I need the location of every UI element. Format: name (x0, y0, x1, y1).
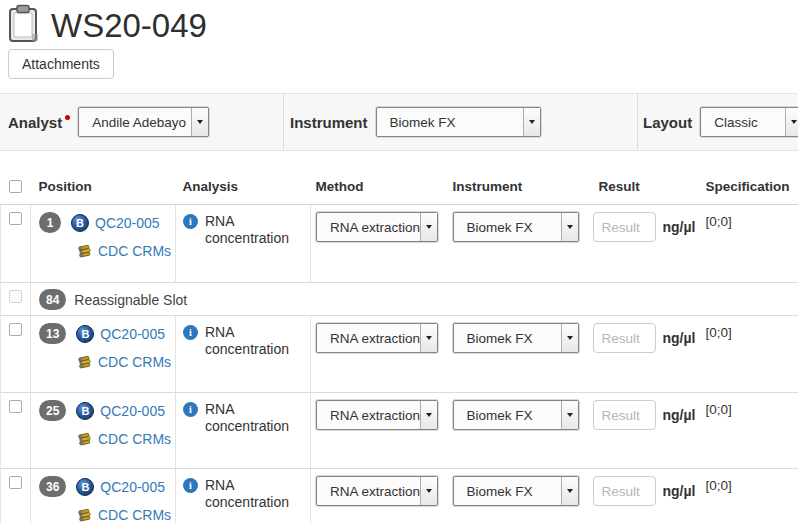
row-instrument-select-value: Biomek FX (454, 401, 561, 429)
chevron-down-icon (420, 401, 437, 429)
method-select[interactable]: RNA extraction (316, 400, 438, 430)
method-select-value: RNA extraction (317, 401, 420, 429)
method-select-value: RNA extraction (317, 213, 420, 241)
layout-label: Layout (643, 114, 692, 131)
result-unit: ng/µl (663, 483, 696, 499)
column-header-result: Result (588, 168, 701, 205)
position-badge: 1 (39, 212, 61, 233)
chevron-down-icon (561, 213, 578, 241)
chevron-down-icon (523, 108, 540, 136)
method-select-value: RNA extraction (317, 324, 420, 352)
position-badge: 25 (39, 400, 66, 421)
analyst-select[interactable]: Andile Adebayo (78, 107, 209, 137)
worksheet-clipboard-icon (8, 4, 39, 47)
chevron-down-icon (191, 108, 208, 136)
chevron-down-icon (561, 477, 578, 505)
position-badge: 36 (39, 476, 66, 497)
chevron-down-icon (785, 108, 798, 136)
position-badge: 13 (39, 323, 66, 344)
sample-link[interactable]: QC20-005 (100, 479, 165, 495)
row-checkbox[interactable] (9, 323, 22, 336)
column-header-specification: Specification (701, 168, 798, 205)
info-icon[interactable]: i (183, 478, 198, 493)
reference-link[interactable]: CDC CRMs (98, 243, 171, 259)
sample-link[interactable]: QC20-005 (100, 403, 165, 419)
blank-qc-icon: B (76, 325, 94, 343)
layout-select[interactable]: Classic (700, 107, 798, 137)
analyst-section: Analyst Andile Adebayo (0, 94, 283, 150)
method-select[interactable]: RNA extraction (316, 476, 438, 506)
specification-value: [0;0] (701, 205, 798, 283)
row-instrument-select-value: Biomek FX (454, 213, 561, 241)
analyst-select-value: Andile Adebayo (79, 108, 191, 136)
chevron-down-icon (420, 324, 437, 352)
blank-qc-icon: B (71, 214, 89, 232)
chevron-down-icon (420, 213, 437, 241)
sample-link[interactable]: QC20-005 (100, 326, 165, 342)
table-row: 13 B QC20-005 CDC CRMs (1, 316, 798, 393)
method-select[interactable]: RNA extraction (316, 212, 438, 242)
reference-link[interactable]: CDC CRMs (98, 431, 171, 447)
worksheet-table-body: 1 B QC20-005 CDC CRMs (1, 205, 798, 523)
column-header-instrument: Instrument (448, 168, 588, 205)
reassignable-slot-label: Reassignable Slot (74, 292, 187, 308)
analysis-name: RNA concentration (205, 213, 310, 247)
info-icon[interactable]: i (183, 214, 198, 229)
row-checkbox[interactable] (9, 400, 22, 413)
row-checkbox[interactable] (9, 476, 22, 489)
result-input[interactable] (593, 212, 656, 242)
result-input[interactable] (593, 400, 656, 430)
reference-link[interactable]: CDC CRMs (98, 507, 171, 523)
info-icon[interactable]: i (183, 402, 198, 417)
row-instrument-select[interactable]: Biomek FX (453, 400, 579, 430)
specification-value: [0;0] (701, 316, 798, 393)
table-row: 25 B QC20-005 CDC CRMs (1, 393, 798, 469)
chevron-down-icon (561, 401, 578, 429)
sample-link[interactable]: QC20-005 (95, 215, 160, 231)
reference-samples-icon (76, 354, 92, 370)
column-header-position: Position (31, 168, 176, 205)
position-badge: 84 (39, 289, 66, 310)
page-title: WS20-049 (51, 6, 207, 46)
row-instrument-select-value: Biomek FX (454, 477, 561, 505)
table-row: 1 B QC20-005 CDC CRMs (1, 205, 798, 283)
table-header-row: Position Analysis Method Instrument Resu… (1, 168, 798, 205)
instrument-select[interactable]: Biomek FX (376, 107, 541, 137)
row-checkbox-disabled (9, 290, 22, 303)
row-instrument-select[interactable]: Biomek FX (453, 212, 579, 242)
attachments-button[interactable]: Attachments (8, 49, 114, 79)
chevron-down-icon (420, 477, 437, 505)
reference-link[interactable]: CDC CRMs (98, 354, 171, 370)
analysis-name: RNA concentration (205, 477, 310, 511)
blank-qc-icon: B (76, 402, 94, 420)
method-select[interactable]: RNA extraction (316, 323, 438, 353)
column-header-method: Method (311, 168, 448, 205)
instrument-section: Instrument Biomek FX (283, 94, 637, 150)
result-input[interactable] (593, 476, 656, 506)
analyst-label: Analyst (8, 114, 62, 131)
required-indicator (65, 115, 70, 120)
row-checkbox[interactable] (9, 212, 22, 225)
chevron-down-icon (561, 324, 578, 352)
result-unit: ng/µl (663, 219, 696, 235)
result-input[interactable] (593, 323, 656, 353)
select-all-checkbox[interactable] (9, 180, 22, 193)
analysis-name: RNA concentration (205, 324, 310, 358)
reference-samples-icon (76, 507, 92, 523)
blank-qc-icon: B (76, 478, 94, 496)
info-icon[interactable]: i (183, 325, 198, 340)
instrument-label: Instrument (290, 114, 368, 131)
layout-section: Layout Classic (637, 94, 798, 150)
layout-select-value: Classic (701, 108, 785, 136)
table-row: 36 B QC20-005 CDC CRMs (1, 469, 798, 523)
result-unit: ng/µl (663, 330, 696, 346)
row-instrument-select-value: Biomek FX (454, 324, 561, 352)
instrument-select-value: Biomek FX (377, 108, 523, 136)
row-instrument-select[interactable]: Biomek FX (453, 323, 579, 353)
method-select-value: RNA extraction (317, 477, 420, 505)
result-unit: ng/µl (663, 407, 696, 423)
reassignable-slot-row: 84 Reassignable Slot (1, 283, 798, 316)
row-instrument-select[interactable]: Biomek FX (453, 476, 579, 506)
page-header: WS20-049 (0, 0, 798, 46)
column-header-analysis: Analysis (176, 168, 311, 205)
